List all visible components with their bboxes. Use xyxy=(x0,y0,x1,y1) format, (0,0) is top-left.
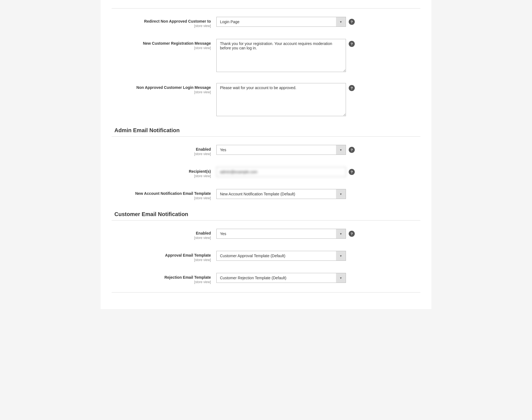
redirect-non-approved-select[interactable]: Login Page Home Page Custom URL xyxy=(216,17,346,27)
recipients-label: Recipient(s) xyxy=(112,169,211,174)
non-approved-login-message-label: Non Approved Customer Login Message xyxy=(112,85,211,90)
non-approved-login-message-store-view: [store view] xyxy=(112,90,211,94)
admin-enabled-help-icon[interactable]: ? xyxy=(349,147,355,153)
rejection-template-label: Rejection Email Template xyxy=(112,275,211,280)
admin-enabled-row: Enabled [store view] Yes No ? xyxy=(112,142,420,159)
non-approved-login-message-label-col: Non Approved Customer Login Message [sto… xyxy=(112,83,216,94)
recipients-control: ? xyxy=(216,167,420,177)
new-account-template-row: New Account Notification Email Template … xyxy=(112,186,420,203)
customer-enabled-help-icon[interactable]: ? xyxy=(349,231,355,237)
admin-email-divider xyxy=(112,136,420,137)
redirect-non-approved-label-col: Redirect Non Approved Customer to [store… xyxy=(112,17,216,28)
redirect-non-approved-control: Login Page Home Page Custom URL ? xyxy=(216,17,420,27)
rejection-template-control: Customer Rejection Template (Default) xyxy=(216,273,420,283)
approval-template-store-view: [store view] xyxy=(112,258,211,262)
customer-enabled-select-wrapper: Yes No xyxy=(216,229,346,239)
customer-enabled-label-col: Enabled [store view] xyxy=(112,229,216,240)
admin-email-notification-heading: Admin Email Notification xyxy=(112,127,420,134)
new-customer-registration-message-control: Thank you for your registration. Your ac… xyxy=(216,39,420,72)
approval-template-control: Customer Approval Template (Default) xyxy=(216,251,420,261)
approval-template-row: Approval Email Template [store view] Cus… xyxy=(112,248,420,265)
customer-enabled-row: Enabled [store view] Yes No ? xyxy=(112,226,420,243)
new-account-template-control: New Account Notification Template (Defau… xyxy=(216,189,420,199)
recipients-label-col: Recipient(s) [store view] xyxy=(112,167,216,178)
recipients-help-icon[interactable]: ? xyxy=(349,169,355,175)
recipients-input[interactable] xyxy=(216,167,346,177)
non-approved-login-message-textarea[interactable]: Please wait for your account to be appro… xyxy=(216,83,346,116)
new-account-template-select[interactable]: New Account Notification Template (Defau… xyxy=(216,189,346,199)
recipients-row: Recipient(s) [store view] ? xyxy=(112,164,420,181)
approval-template-label-col: Approval Email Template [store view] xyxy=(112,251,216,262)
new-customer-registration-message-row: New Customer Registration Message [store… xyxy=(112,36,420,75)
new-customer-registration-message-label: New Customer Registration Message xyxy=(112,41,211,46)
rejection-template-label-col: Rejection Email Template [store view] xyxy=(112,273,216,284)
new-account-template-select-wrapper: New Account Notification Template (Defau… xyxy=(216,189,346,199)
new-account-template-label-col: New Account Notification Email Template … xyxy=(112,189,216,200)
top-divider xyxy=(112,8,420,9)
approval-template-label: Approval Email Template xyxy=(112,253,211,257)
bottom-divider xyxy=(112,292,420,293)
redirect-non-approved-label: Redirect Non Approved Customer to xyxy=(112,19,211,23)
redirect-non-approved-store-view: [store view] xyxy=(112,24,211,28)
new-customer-registration-message-store-view: [store view] xyxy=(112,46,211,50)
approval-template-select[interactable]: Customer Approval Template (Default) xyxy=(216,251,346,261)
new-customer-registration-message-help-icon[interactable]: ? xyxy=(349,41,355,47)
redirect-non-approved-help-icon[interactable]: ? xyxy=(349,19,355,25)
redirect-non-approved-row: Redirect Non Approved Customer to [store… xyxy=(112,14,420,31)
new-account-template-store-view: [store view] xyxy=(112,196,211,200)
rejection-template-select[interactable]: Customer Rejection Template (Default) xyxy=(216,273,346,283)
recipients-store-view: [store view] xyxy=(112,174,211,178)
customer-enabled-control: Yes No ? xyxy=(216,229,420,239)
redirect-non-approved-select-wrapper: Login Page Home Page Custom URL xyxy=(216,17,346,27)
customer-enabled-label: Enabled xyxy=(112,231,211,235)
customer-email-divider xyxy=(112,220,420,220)
admin-enabled-label-col: Enabled [store view] xyxy=(112,145,216,156)
customer-enabled-store-view: [store view] xyxy=(112,236,211,240)
approval-template-select-wrapper: Customer Approval Template (Default) xyxy=(216,251,346,261)
rejection-template-row: Rejection Email Template [store view] Cu… xyxy=(112,270,420,287)
settings-form: Redirect Non Approved Customer to [store… xyxy=(101,0,431,309)
admin-enabled-select[interactable]: Yes No xyxy=(216,145,346,155)
non-approved-login-message-row: Non Approved Customer Login Message [sto… xyxy=(112,80,420,119)
new-customer-registration-message-textarea[interactable]: Thank you for your registration. Your ac… xyxy=(216,39,346,72)
admin-enabled-store-view: [store view] xyxy=(112,152,211,156)
admin-enabled-label: Enabled xyxy=(112,147,211,151)
new-customer-registration-message-label-col: New Customer Registration Message [store… xyxy=(112,39,216,50)
admin-enabled-select-wrapper: Yes No xyxy=(216,145,346,155)
non-approved-login-message-control: Please wait for your account to be appro… xyxy=(216,83,420,116)
admin-enabled-control: Yes No ? xyxy=(216,145,420,155)
non-approved-login-message-help-icon[interactable]: ? xyxy=(349,85,355,91)
new-account-template-label: New Account Notification Email Template xyxy=(112,191,211,196)
rejection-template-select-wrapper: Customer Rejection Template (Default) xyxy=(216,273,346,283)
customer-email-notification-heading: Customer Email Notification xyxy=(112,211,420,217)
customer-enabled-select[interactable]: Yes No xyxy=(216,229,346,239)
rejection-template-store-view: [store view] xyxy=(112,280,211,284)
